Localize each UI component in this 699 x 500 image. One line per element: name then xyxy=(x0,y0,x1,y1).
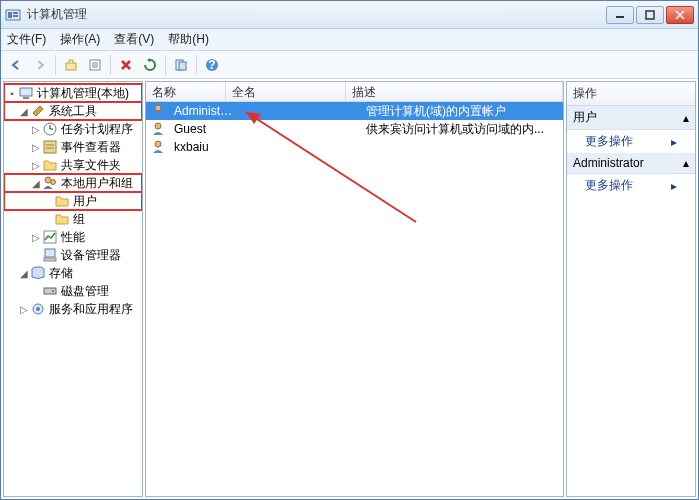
expand-icon[interactable]: ▷ xyxy=(30,232,42,243)
back-button[interactable] xyxy=(5,54,27,76)
minimize-button[interactable] xyxy=(606,6,634,24)
action-group-users-label: 用户 xyxy=(573,109,597,126)
tree-root-label: 计算机管理(本地) xyxy=(37,85,129,102)
list-body: Administrat... 管理计算机(域)的内置帐户 Guest 供来宾访问… xyxy=(146,102,563,156)
list-row-kxbaiu[interactable]: kxbaiu xyxy=(146,138,563,156)
tree-shared-folders[interactable]: ▷ 共享文件夹 xyxy=(4,156,142,174)
tree-task-scheduler[interactable]: ▷ 任务计划程序 xyxy=(4,120,142,138)
collapse-icon[interactable]: ◢ xyxy=(18,268,30,279)
tree-storage-label: 存储 xyxy=(49,265,73,282)
tree-users-label: 用户 xyxy=(73,193,97,210)
actions-pane: 操作 用户 ▴ 更多操作 ▸ Administrator ▴ 更多操作 ▸ xyxy=(566,81,696,497)
tree-diskmgr-label: 磁盘管理 xyxy=(61,283,109,300)
col-name[interactable]: 名称 xyxy=(146,82,226,101)
collapse-icon[interactable]: ◢ xyxy=(30,178,42,189)
tree-users[interactable]: 用户 xyxy=(4,192,142,210)
cell-desc: 管理计算机(域)的内置帐户 xyxy=(360,103,563,120)
up-button[interactable] xyxy=(60,54,82,76)
event-icon xyxy=(42,139,58,155)
action-more-label: 更多操作 xyxy=(585,133,633,150)
computer-icon xyxy=(18,85,34,101)
tree-performance[interactable]: ▷ 性能 xyxy=(4,228,142,246)
tree-storage[interactable]: ◢ 存储 xyxy=(4,264,142,282)
expand-icon[interactable]: ▷ xyxy=(30,160,42,171)
folder-icon xyxy=(42,157,58,173)
storage-icon xyxy=(30,265,46,281)
tree-shared-label: 共享文件夹 xyxy=(61,157,121,174)
action-more-users[interactable]: 更多操作 ▸ xyxy=(567,130,695,153)
maximize-button[interactable] xyxy=(636,6,664,24)
svg-rect-8 xyxy=(66,63,76,70)
tree-task-label: 任务计划程序 xyxy=(61,121,133,138)
menu-bar: 文件(F) 操作(A) 查看(V) 帮助(H) xyxy=(1,29,698,51)
action-group-admin[interactable]: Administrator ▴ xyxy=(567,153,695,174)
main-body: ▪ 计算机管理(本地) ◢ 系统工具 ▷ 任务计划程序 ▷ 事件查看器 ▷ xyxy=(1,79,698,499)
expand-icon[interactable]: ▷ xyxy=(30,124,42,135)
forward-button[interactable] xyxy=(29,54,51,76)
expand-icon[interactable]: ▷ xyxy=(30,142,42,153)
tree-services-label: 服务和应用程序 xyxy=(49,301,133,318)
chevron-up-icon: ▴ xyxy=(683,111,689,125)
svg-point-39 xyxy=(155,141,161,147)
properties-button[interactable] xyxy=(84,54,106,76)
svg-rect-33 xyxy=(44,288,56,294)
menu-view[interactable]: 查看(V) xyxy=(114,31,154,48)
tree-services[interactable]: ▷ 服务和应用程序 xyxy=(4,300,142,318)
perf-icon xyxy=(42,229,58,245)
svg-point-36 xyxy=(36,307,40,311)
help-button[interactable]: ? xyxy=(201,54,223,76)
window-title: 计算机管理 xyxy=(27,6,606,23)
tree-local-users[interactable]: ◢ 本地用户和组 xyxy=(4,174,142,192)
close-button[interactable] xyxy=(666,6,694,24)
tree-perf-label: 性能 xyxy=(61,229,85,246)
device-icon xyxy=(42,247,58,263)
cell-name: Guest xyxy=(168,122,240,136)
tree-disk-mgmt[interactable]: 磁盘管理 xyxy=(4,282,142,300)
action-group-users[interactable]: 用户 ▴ xyxy=(567,106,695,130)
menu-file[interactable]: 文件(F) xyxy=(7,31,46,48)
list-header: 名称 全名 描述 xyxy=(146,82,563,102)
svg-rect-31 xyxy=(44,258,56,261)
menu-action[interactable]: 操作(A) xyxy=(60,31,100,48)
list-pane: 名称 全名 描述 Administrat... 管理计算机(域)的内置帐户 Gu… xyxy=(145,81,564,497)
col-fullname[interactable]: 全名 xyxy=(226,82,346,101)
svg-rect-24 xyxy=(44,141,56,153)
tree-pane: ▪ 计算机管理(本地) ◢ 系统工具 ▷ 任务计划程序 ▷ 事件查看器 ▷ xyxy=(3,81,143,497)
list-row-guest[interactable]: Guest 供来宾访问计算机或访问域的内... xyxy=(146,120,563,138)
action-group-admin-label: Administrator xyxy=(573,156,644,170)
tree-event-viewer[interactable]: ▷ 事件查看器 xyxy=(4,138,142,156)
list-row-administrator[interactable]: Administrat... 管理计算机(域)的内置帐户 xyxy=(146,102,563,120)
export-button[interactable] xyxy=(170,54,192,76)
tree-local-users-label: 本地用户和组 xyxy=(61,175,133,192)
tree-root[interactable]: ▪ 计算机管理(本地) xyxy=(4,84,142,102)
disk-icon xyxy=(42,283,58,299)
action-more-admin[interactable]: 更多操作 ▸ xyxy=(567,174,695,197)
delete-button[interactable] xyxy=(115,54,137,76)
user-icon xyxy=(150,103,166,119)
refresh-button[interactable] xyxy=(139,54,161,76)
svg-rect-2 xyxy=(13,12,18,14)
collapse-icon[interactable]: ◢ xyxy=(18,106,30,117)
user-icon xyxy=(150,121,166,137)
action-more-label: 更多操作 xyxy=(585,177,633,194)
folder-icon xyxy=(54,193,70,209)
svg-point-28 xyxy=(51,180,56,185)
actions-title: 操作 xyxy=(567,82,695,106)
cell-name: Administrat... xyxy=(168,104,240,118)
folder-icon xyxy=(54,211,70,227)
title-bar: 计算机管理 xyxy=(1,1,698,29)
tree-device-manager[interactable]: 设备管理器 xyxy=(4,246,142,264)
col-description[interactable]: 描述 xyxy=(346,82,563,101)
menu-help[interactable]: 帮助(H) xyxy=(168,31,209,48)
svg-rect-5 xyxy=(646,11,654,19)
svg-rect-16 xyxy=(179,62,186,70)
tree-groups[interactable]: 组 xyxy=(4,210,142,228)
chevron-right-icon: ▸ xyxy=(671,179,677,193)
users-icon xyxy=(42,175,58,191)
expand-icon[interactable]: ▪ xyxy=(6,88,18,99)
tree-groups-label: 组 xyxy=(73,211,85,228)
tree-system-tools[interactable]: ◢ 系统工具 xyxy=(4,102,142,120)
svg-rect-20 xyxy=(23,97,29,99)
chevron-right-icon: ▸ xyxy=(671,135,677,149)
expand-icon[interactable]: ▷ xyxy=(18,304,30,315)
